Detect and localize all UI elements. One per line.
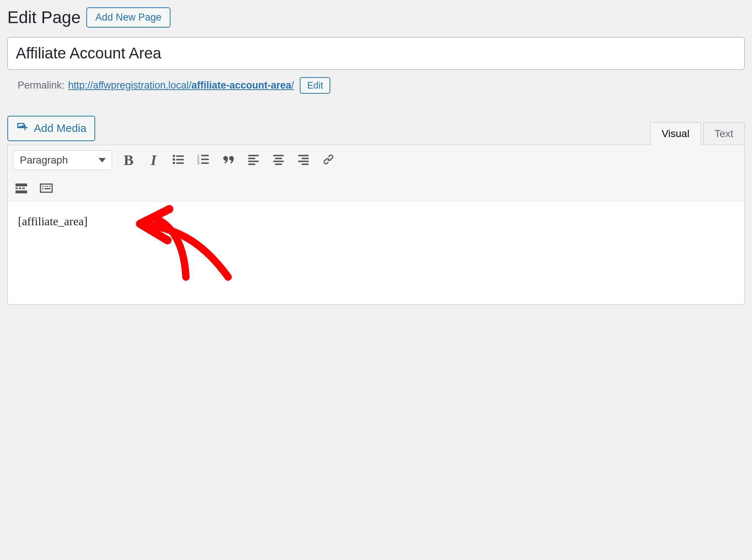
svg-rect-30: [42, 186, 43, 187]
svg-rect-21: [302, 158, 309, 159]
tab-visual[interactable]: Visual: [650, 122, 701, 145]
svg-rect-7: [201, 155, 209, 157]
align-center-button[interactable]: [270, 152, 287, 169]
svg-rect-28: [15, 191, 27, 194]
editor-tabs: Visual Text: [650, 122, 745, 145]
svg-rect-34: [42, 188, 43, 189]
svg-rect-11: [201, 162, 209, 164]
add-media-button[interactable]: Add Media: [7, 116, 95, 141]
align-right-icon: [296, 152, 310, 168]
format-dropdown[interactable]: Paragraph: [13, 150, 112, 170]
readmore-icon: [14, 181, 28, 196]
numbered-list-icon: 123: [197, 152, 211, 168]
align-right-button[interactable]: [295, 152, 312, 169]
svg-rect-9: [201, 159, 209, 160]
editor-wrapper: Paragraph B I 123: [7, 145, 745, 305]
permalink-trailing: /: [291, 80, 294, 91]
bulleted-list-button[interactable]: [170, 152, 187, 169]
edit-permalink-button[interactable]: Edit: [300, 77, 330, 94]
insert-link-button[interactable]: [320, 152, 337, 169]
permalink-label: Permalink:: [18, 80, 65, 91]
svg-rect-35: [44, 188, 50, 189]
svg-rect-13: [248, 158, 255, 159]
italic-button[interactable]: I: [145, 152, 162, 169]
blockquote-button[interactable]: [220, 152, 237, 169]
svg-point-0: [173, 155, 175, 157]
svg-rect-16: [273, 155, 284, 157]
format-dropdown-label: Paragraph: [20, 154, 68, 166]
svg-text:3: 3: [197, 161, 199, 165]
annotation-arrow: [133, 204, 243, 284]
svg-rect-33: [49, 186, 50, 187]
align-left-button[interactable]: [245, 152, 262, 169]
svg-rect-18: [273, 161, 284, 162]
align-center-icon: [271, 152, 285, 168]
svg-rect-31: [44, 186, 46, 187]
editor-content[interactable]: [affiliate_area]: [8, 201, 744, 304]
numbered-list-button[interactable]: 123: [195, 152, 212, 169]
svg-rect-24: [15, 184, 27, 187]
permalink-base: http://affwpregistration.local/: [68, 80, 192, 91]
svg-rect-26: [19, 188, 21, 189]
add-new-page-button[interactable]: Add New Page: [86, 7, 170, 28]
svg-rect-17: [275, 158, 282, 159]
bulleted-list-icon: [172, 152, 186, 168]
tab-text[interactable]: Text: [703, 122, 745, 145]
page-title: Edit Page: [7, 7, 80, 28]
bold-button[interactable]: B: [120, 152, 137, 169]
add-media-label: Add Media: [34, 122, 86, 134]
keyboard-icon: [39, 181, 53, 196]
svg-point-2: [173, 158, 175, 161]
svg-rect-27: [22, 188, 25, 189]
svg-rect-20: [298, 155, 309, 157]
toolbar-toggle-button[interactable]: [38, 180, 55, 197]
chevron-down-icon: [98, 158, 106, 162]
svg-rect-5: [176, 162, 184, 164]
align-left-icon: [247, 152, 260, 168]
link-icon: [321, 152, 335, 168]
svg-rect-15: [248, 164, 255, 165]
svg-rect-3: [176, 159, 184, 161]
svg-rect-23: [302, 164, 309, 165]
svg-rect-19: [275, 164, 282, 165]
svg-rect-1: [176, 155, 184, 157]
media-icon: [16, 121, 29, 136]
svg-rect-32: [47, 186, 48, 187]
content-body: [affiliate_area]: [18, 215, 87, 228]
svg-rect-12: [248, 155, 259, 157]
editor-toolbar: Paragraph B I 123: [8, 145, 744, 201]
permalink-row: Permalink: http://affwpregistration.loca…: [18, 77, 745, 94]
svg-rect-22: [298, 161, 309, 162]
insert-readmore-button[interactable]: [13, 180, 30, 197]
svg-rect-14: [248, 161, 259, 162]
page-title-input[interactable]: [7, 37, 745, 70]
svg-rect-25: [15, 188, 18, 189]
permalink-slug: affiliate-account-area: [191, 80, 291, 91]
permalink-link[interactable]: http://affwpregistration.local/affiliate…: [68, 80, 294, 91]
svg-point-4: [173, 162, 175, 164]
quote-icon: [222, 152, 235, 168]
